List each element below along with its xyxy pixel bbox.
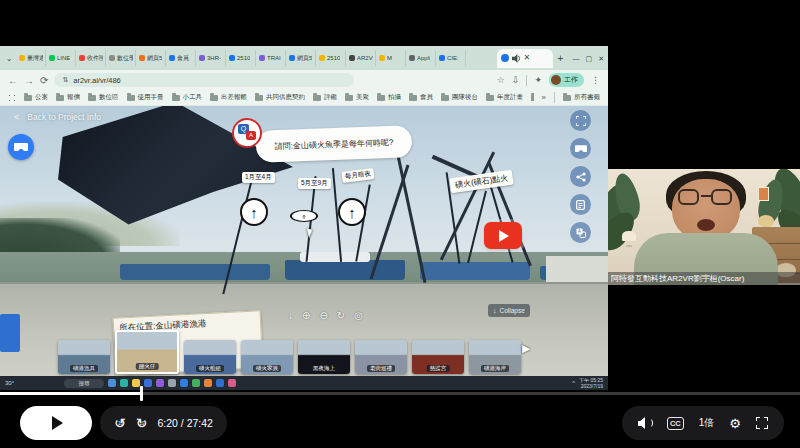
hotspot-label-may-sep[interactable]: 5月至9月: [298, 178, 331, 189]
rotate-icon[interactable]: ↻: [337, 310, 345, 321]
bookmark-folder[interactable]: 出差報帳: [210, 93, 247, 102]
question-bubble[interactable]: 請問:金山磺火魚季是每年何時呢?: [255, 125, 412, 162]
reload-icon[interactable]: ⟳: [40, 75, 48, 86]
minimize-button[interactable]: —: [573, 55, 580, 62]
browser-tab[interactable]: LINE: [47, 50, 76, 66]
new-tab-button[interactable]: +: [554, 53, 568, 64]
taskbar-app-icon[interactable]: [132, 379, 140, 387]
fullscreen-button[interactable]: [756, 417, 768, 429]
bookmark-folder[interactable]: 投資者: [531, 93, 534, 102]
scene-thumbnail[interactable]: 老街巡禮: [355, 340, 407, 374]
profile-chip[interactable]: 工作: [549, 73, 584, 87]
maximize-button[interactable]: ▢: [586, 55, 593, 62]
taskbar-app-icon[interactable]: [216, 379, 224, 387]
tab-search-chevron-icon[interactable]: ⌄: [2, 54, 16, 63]
browser-tab[interactable]: 臺灣通: [17, 50, 46, 66]
hotspot-label-jan-apr[interactable]: 1月至4月: [242, 172, 275, 183]
save-icon[interactable]: ⇩: [512, 75, 520, 85]
captions-button[interactable]: CC: [667, 417, 684, 430]
browser-tab[interactable]: 會員: [167, 50, 196, 66]
bookmark-folder[interactable]: 數位區: [88, 93, 119, 102]
bookmark-folder[interactable]: 公案: [24, 93, 48, 102]
taskbar-app-icon[interactable]: [180, 379, 188, 387]
play-button[interactable]: [20, 406, 92, 440]
collapse-button[interactable]: ↓ Collapse: [488, 304, 530, 317]
taskbar-clock[interactable]: 下午 05:25 2023/7/19: [579, 377, 603, 389]
settings-gear-icon[interactable]: ⚙: [729, 417, 741, 430]
bookmark-folder[interactable]: 評鑑: [313, 93, 337, 102]
bookmark-folder[interactable]: 會員: [409, 93, 433, 102]
tray-chevron-icon[interactable]: ^: [572, 380, 575, 386]
fullscreen-viewer-button[interactable]: [570, 110, 591, 131]
taskbar-app-icon[interactable]: [144, 379, 152, 387]
zoom-in-icon[interactable]: ⊕: [302, 310, 310, 321]
browser-tab[interactable]: 收件匣: [77, 50, 106, 66]
share-button[interactable]: [570, 166, 591, 187]
browser-tab[interactable]: 2510: [317, 50, 346, 66]
back-icon[interactable]: ←: [8, 75, 18, 86]
bookmarks-overflow-icon[interactable]: »: [542, 93, 546, 102]
browser-tab[interactable]: Appli: [407, 50, 436, 66]
bookmark-folder[interactable]: 團隊後台: [441, 93, 478, 102]
taskbar-app-icon[interactable]: [156, 379, 164, 387]
scene-thumbnail[interactable]: 黑夜海上: [298, 340, 350, 374]
vr-mode-button[interactable]: [8, 134, 34, 160]
bookmark-folder[interactable]: 年度計畫: [486, 93, 523, 102]
browser-tab[interactable]: CIE:: [437, 50, 466, 66]
volume-icon[interactable]: [638, 417, 652, 429]
close-button[interactable]: ✕: [598, 55, 604, 62]
qa-hotspot-icon[interactable]: Q A: [232, 118, 262, 148]
browser-tab[interactable]: AR2V: [347, 50, 376, 66]
screen-share-video[interactable]: ⌄ 臺灣通LINE收件匣數位學網頁5會員3HR-2510TRAI網頁52510A…: [0, 46, 608, 390]
bookmark-folder[interactable]: 小工具: [172, 93, 203, 102]
active-tab[interactable]: ✕: [497, 49, 553, 68]
panorama-viewer[interactable]: < Back to Project Info Q A 請問:金山磺火魚季是每年何…: [0, 106, 608, 378]
kebab-menu-icon[interactable]: ⋮: [591, 75, 600, 85]
bookmark-folder[interactable]: 共同供應契約: [255, 93, 305, 102]
browser-tab[interactable]: 網頁5: [287, 50, 316, 66]
rewind-10-button[interactable]: ↺10: [114, 416, 126, 430]
site-settings-icon[interactable]: ⇅: [62, 76, 68, 84]
up-arrow-hotspot-3[interactable]: ↑: [338, 198, 366, 226]
pan-down-icon[interactable]: ↓: [288, 310, 293, 321]
bookmark-folder[interactable]: 使用手冊: [127, 93, 164, 102]
translate-button[interactable]: A: [570, 222, 591, 243]
browser-tab[interactable]: 數位學: [107, 50, 136, 66]
back-to-project-button[interactable]: < Back to Project Info: [14, 112, 101, 122]
extensions-icon[interactable]: ✦: [534, 75, 542, 85]
up-arrow-hotspot-1[interactable]: ↑: [240, 198, 268, 226]
forward-10-button[interactable]: ↻10: [136, 416, 148, 430]
taskbar-app-icon[interactable]: [108, 379, 116, 387]
tab-close-icon[interactable]: ✕: [524, 54, 531, 62]
browser-tab[interactable]: 2510: [227, 50, 256, 66]
bookmark-folder[interactable]: 拍攝: [377, 93, 401, 102]
browser-tab[interactable]: 網頁5: [137, 50, 166, 66]
gyro-icon[interactable]: ◎: [354, 310, 363, 321]
all-bookmarks-folder[interactable]: 所有書籤: [563, 93, 600, 102]
weather-widget[interactable]: 30°: [5, 380, 14, 386]
browser-tab[interactable]: TRAI: [257, 50, 286, 66]
playback-speed-button[interactable]: 1倍: [699, 416, 715, 430]
bookmark-star-icon[interactable]: ☆: [497, 75, 505, 85]
taskbar-app-icon[interactable]: [228, 379, 236, 387]
scene-thumbnail[interactable]: 蹦火仔: [115, 330, 179, 374]
taskbar-app-icon[interactable]: [204, 379, 212, 387]
apps-grid-icon[interactable]: [8, 94, 16, 102]
tab-audio-icon[interactable]: [512, 54, 521, 63]
url-bar[interactable]: ⇅ ar2vr.ai/vr/486: [54, 73, 354, 87]
scene-thumbnail[interactable]: 磺港漁具: [58, 340, 110, 374]
scene-thumbnail[interactable]: 慈護宮: [412, 340, 464, 374]
taskbar-app-icon[interactable]: [168, 379, 176, 387]
taskbar-app-icon[interactable]: [120, 379, 128, 387]
bookmark-folder[interactable]: 報價: [56, 93, 80, 102]
browser-tab[interactable]: M: [377, 50, 406, 66]
vr-goggles-button[interactable]: [570, 138, 591, 159]
bookmark-folder[interactable]: 美聚: [345, 93, 369, 102]
video-play-hotspot[interactable]: [484, 222, 522, 249]
scene-thumbnail[interactable]: 磺火家族: [241, 340, 293, 374]
zoom-out-icon[interactable]: ⊖: [319, 310, 327, 321]
scene-thumbnail[interactable]: 磺港海岸: [469, 340, 521, 374]
taskbar-app-icon[interactable]: [192, 379, 200, 387]
url-text[interactable]: ar2vr.ai/vr/486: [73, 76, 121, 85]
notes-button[interactable]: [570, 194, 591, 215]
